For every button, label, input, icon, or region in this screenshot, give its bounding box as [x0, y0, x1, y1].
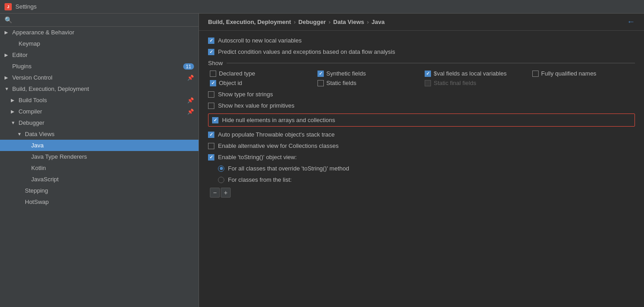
sidebar-item-hotswap[interactable]: HotSwap — [0, 196, 199, 208]
label-show-type-strings: Show type for strings — [218, 91, 273, 98]
sidebar-label-editor: Editor — [12, 52, 28, 58]
breadcrumb: Build, Execution, Deployment › Debugger … — [208, 19, 385, 25]
sidebar-label-plugins: Plugins — [12, 63, 32, 70]
sidebar-arrow-build-exec-deploy: ▼ — [5, 86, 10, 91]
checkbox-show-hex[interactable] — [208, 103, 214, 109]
breadcrumb-part-4: Java — [372, 19, 385, 25]
sidebar-item-version-control[interactable]: ▶Version Control📌 — [0, 72, 199, 83]
show-item-placeholder — [532, 80, 635, 86]
breadcrumb-sep-3: › — [367, 19, 369, 25]
sidebar-arrow-plugins — [5, 64, 10, 69]
checkbox-auto-populate[interactable] — [208, 132, 214, 138]
sidebar-item-build-exec-deploy[interactable]: ▼Build, Execution, Deployment — [0, 83, 199, 94]
sidebar-pin-compiler: 📌 — [187, 109, 194, 115]
checkbox-val-fields[interactable] — [425, 71, 431, 77]
checkbox-autoscroll[interactable] — [208, 38, 214, 44]
show-grid-row0: Declared type Synthetic fields $val fiel… — [208, 70, 635, 77]
window-title: Settings — [15, 3, 37, 10]
show-item-static-fields: Static fields — [317, 80, 421, 86]
show-item-val-fields: $val fields as local variables — [425, 70, 528, 77]
sidebar-item-plugins[interactable]: Plugins11 — [0, 61, 199, 72]
show-item-synthetic-fields: Synthetic fields — [317, 70, 421, 77]
breadcrumb-bar: Build, Execution, Deployment › Debugger … — [199, 14, 644, 31]
checkbox-synthetic-fields[interactable] — [317, 71, 324, 77]
sidebar-label-kotlin: Kotlin — [31, 165, 46, 171]
row-alt-view: Enable alternative view for Collections … — [208, 142, 635, 149]
radio-options: For all classes that override 'toString(… — [208, 165, 635, 183]
sidebar-item-data-views[interactable]: ▼Data Views — [0, 128, 199, 140]
checkbox-show-type-strings[interactable] — [208, 91, 214, 98]
hide-null-checkbox[interactable] — [212, 117, 218, 123]
radio-all-classes[interactable] — [218, 165, 224, 172]
checkbox-static-final-fields — [425, 80, 431, 86]
hide-null-label: Hide null elements in arrays and collect… — [222, 117, 335, 123]
sidebar-item-java-type-renderers[interactable]: Java Type Renderers — [0, 151, 199, 162]
lower-checkboxes: Auto populate Throwable object's stack t… — [208, 131, 635, 161]
sidebar-arrow-javascript — [24, 177, 29, 182]
bottom-bar: − + — [208, 188, 635, 198]
radio-row-from-list: For classes from the list: — [208, 176, 635, 183]
sidebar-arrow-keymap — [11, 41, 16, 46]
radio-from-list[interactable] — [218, 177, 224, 183]
checkbox-fully-qualified[interactable] — [532, 71, 539, 77]
sidebar-item-debugger[interactable]: ▼Debugger — [0, 117, 199, 128]
sidebar-item-compiler[interactable]: ▶Compiler📌 — [0, 106, 199, 117]
checkbox-alt-view[interactable] — [208, 143, 214, 149]
search-bar: 🔍 — [0, 14, 199, 27]
show-item-static-final-fields: Static final fields — [425, 80, 528, 86]
sidebar-item-keymap[interactable]: Keymap — [0, 38, 199, 49]
sidebar-items-container: ▶Appearance & Behavior Keymap▶Editor Plu… — [0, 27, 199, 208]
sidebar-arrow-appearance: ▶ — [5, 30, 10, 35]
show-grid: Declared type Synthetic fields $val fiel… — [208, 70, 635, 86]
sidebar-label-version-control: Version Control — [12, 74, 52, 81]
sidebar-item-appearance[interactable]: ▶Appearance & Behavior — [0, 27, 199, 38]
search-icon: 🔍 — [5, 16, 12, 24]
radio-row-all-classes: For all classes that override 'toString(… — [208, 165, 635, 172]
sidebar-arrow-data-views: ▼ — [17, 132, 23, 137]
sidebar-item-kotlin[interactable]: Kotlin — [0, 162, 199, 174]
sidebar-arrow-stepping — [17, 188, 23, 193]
row-autoscroll: Autoscroll to new local variables — [208, 37, 635, 44]
back-button[interactable]: ← — [627, 17, 635, 27]
label-val-fields: $val fields as local variables — [434, 70, 507, 77]
sidebar-arrow-java — [24, 143, 29, 148]
checkbox-predict-condition[interactable] — [208, 49, 214, 55]
search-input[interactable] — [15, 17, 194, 24]
sidebar-arrow-kotlin — [24, 165, 29, 170]
breadcrumb-part-2: Debugger — [298, 19, 326, 25]
label-synthetic-fields: Synthetic fields — [327, 70, 366, 77]
show-item-fully-qualified: Fully qualified names — [532, 70, 635, 77]
sidebar: 🔍 ▶Appearance & Behavior Keymap▶Editor P… — [0, 14, 199, 307]
sidebar-item-editor[interactable]: ▶Editor — [0, 49, 199, 61]
sidebar-item-java[interactable]: Java — [0, 140, 199, 151]
sidebar-label-keymap: Keymap — [19, 40, 40, 47]
checkbox-tostring-view[interactable] — [208, 154, 214, 161]
breadcrumb-part-3: Data Views — [333, 19, 364, 25]
label-show-hex: Show hex value for primitives — [218, 102, 294, 109]
content-panel: Build, Execution, Deployment › Debugger … — [199, 14, 644, 307]
label-object-id: Object id — [219, 80, 242, 86]
sidebar-item-stepping[interactable]: Stepping — [0, 185, 199, 196]
content-body: Autoscroll to new local variables Predic… — [199, 31, 644, 204]
plus-button[interactable]: + — [221, 188, 231, 198]
minus-button[interactable]: − — [210, 188, 220, 198]
breadcrumb-sep-2: › — [328, 19, 330, 25]
top-checkboxes: Autoscroll to new local variables Predic… — [208, 37, 635, 55]
radio-label-all-classes: For all classes that override 'toString(… — [228, 165, 349, 172]
label-declared-type: Declared type — [219, 70, 255, 77]
checkbox-static-fields[interactable] — [317, 80, 324, 86]
sidebar-label-build-tools: Build Tools — [19, 97, 47, 104]
sidebar-label-javascript: JavaScript — [31, 176, 59, 183]
checkbox-declared-type[interactable] — [210, 71, 216, 77]
sidebar-arrow-editor: ▶ — [5, 52, 10, 57]
label-auto-populate: Auto populate Throwable object's stack t… — [218, 131, 335, 138]
sidebar-label-compiler: Compiler — [19, 108, 42, 115]
sidebar-pin-build-tools: 📌 — [187, 97, 194, 104]
mid-checkboxes: Show type for strings Show hex value for… — [208, 91, 635, 109]
sidebar-arrow-compiler: ▶ — [11, 109, 16, 114]
sidebar-item-build-tools[interactable]: ▶Build Tools📌 — [0, 94, 199, 106]
checkbox-object-id[interactable] — [210, 80, 216, 86]
sidebar-item-javascript[interactable]: JavaScript — [0, 174, 199, 185]
sidebar-pin-version-control: 📌 — [187, 75, 194, 81]
sidebar-arrow-hotswap — [17, 199, 23, 204]
